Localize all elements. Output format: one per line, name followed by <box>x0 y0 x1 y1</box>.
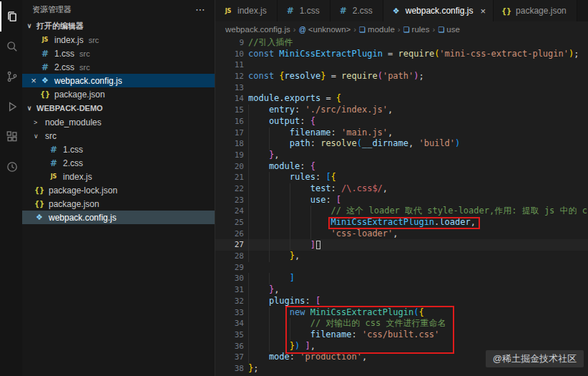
breadcrumb-module[interactable]: ❏module <box>359 25 395 34</box>
line-number: 25 <box>215 217 244 228</box>
code-line-10[interactable]: 10const MiniCssExtractPlugin = require('… <box>215 49 588 60</box>
code-line-21[interactable]: 21rules: [{ <box>215 172 588 183</box>
line-number: 20 <box>215 161 244 173</box>
code-line-29[interactable]: 29 <box>215 262 588 274</box>
tab-package.json[interactable]: {}package.json <box>494 0 577 21</box>
file-label: src <box>45 131 57 141</box>
code-line-16[interactable]: 16output: { <box>215 116 588 127</box>
line-number: 9 <box>215 37 244 49</box>
line-number: 37 <box>215 352 244 363</box>
open-editors-header[interactable]: ∨ 打开的编辑器 <box>22 19 215 33</box>
line-number: 36 <box>215 341 244 352</box>
webpack-icon: ❖ <box>34 213 45 222</box>
open-editor-1.css[interactable]: #1.csssrc <box>22 47 215 60</box>
code-line-32[interactable]: 32plugins: [ <box>215 296 588 307</box>
tree-item-package-lock.json[interactable]: {}package-lock.json <box>22 183 215 197</box>
code-line-20[interactable]: 20module: { <box>215 161 588 173</box>
breadcrumb: webpack.config.js›@<unknown>›❏module›❏ru… <box>215 21 588 37</box>
editor-area: JSindex.js#1.css#2.css❖webpack.config.js… <box>215 0 588 376</box>
code-line-28[interactable]: 28}, <box>215 251 588 262</box>
code-line-14[interactable]: 14module.exports = { <box>215 93 588 105</box>
open-editor-2.css[interactable]: #2.csssrc <box>22 60 215 74</box>
activity-explorer[interactable] <box>0 1 22 32</box>
code-line-24[interactable]: 24// 这个 loader 取代 style-loader,作用: 提取 js… <box>215 206 588 217</box>
search-icon <box>6 40 19 53</box>
code-line-11[interactable]: 11 <box>215 59 588 71</box>
tree-item-webpack.config.js[interactable]: ❖webpack.config.js <box>22 211 215 224</box>
activity-extensions[interactable] <box>0 122 22 152</box>
file-path-suffix: src <box>79 63 90 72</box>
breadcrumb-<unknown>[interactable]: @<unknown> <box>299 25 351 34</box>
tree-item-package.json[interactable]: {}package.json <box>22 197 215 211</box>
line-number: 28 <box>215 251 244 262</box>
css-icon: # <box>338 6 349 16</box>
activity-clock[interactable] <box>0 152 22 182</box>
tab-index.js[interactable]: JSindex.js <box>215 0 278 21</box>
tab-webpack.config.js[interactable]: ❖webpack.config.js× <box>383 0 494 21</box>
open-editor-index.js[interactable]: JSindex.jssrc <box>22 33 215 47</box>
code-line-27[interactable]: 27] <box>215 239 588 251</box>
close-icon[interactable]: × <box>28 75 39 86</box>
webpack-icon: ❖ <box>391 6 402 16</box>
js-icon: JS <box>48 173 59 180</box>
tab-label: package.json <box>516 6 567 16</box>
code-line-31[interactable]: 31}, <box>215 284 588 296</box>
file-label: index.js <box>54 35 84 45</box>
code-line-30[interactable]: 30] <box>215 273 588 284</box>
code-line-33[interactable]: 33new MiniCssExtractPlugin({ <box>215 307 588 319</box>
tab-label: 1.css <box>300 6 320 16</box>
tree-item-index.js[interactable]: JSindex.js <box>22 170 215 183</box>
tree-item-1.css[interactable]: #1.css <box>22 143 215 156</box>
line-number: 29 <box>215 262 244 274</box>
code-line-15[interactable]: 15entry: './src/index.js', <box>215 105 588 116</box>
file-label: package.json <box>49 199 99 209</box>
code-line-17[interactable]: 17filename: 'main.js', <box>215 127 588 139</box>
line-number: 31 <box>215 284 244 296</box>
source-control-icon <box>6 70 19 83</box>
close-icon[interactable]: × <box>480 6 486 16</box>
code-line-13[interactable]: 13 <box>215 82 588 94</box>
code-line-34[interactable]: 34// 对输出的 css 文件进行重命名 <box>215 318 588 329</box>
code-editor[interactable]: 9//引入插件10const MiniCssExtractPlugin = re… <box>215 37 588 376</box>
css-icon: # <box>48 145 59 155</box>
line-number: 23 <box>215 195 244 206</box>
json-icon: {} <box>39 90 51 98</box>
tree-item-2.css[interactable]: #2.css <box>22 156 215 170</box>
open-editor-package.json[interactable]: {}package.json <box>22 87 215 101</box>
workspace-header[interactable]: ∨ WEBPACK-DEMO <box>22 101 215 115</box>
open-editor-webpack.config.js[interactable]: ×❖webpack.config.js <box>22 74 215 87</box>
code-line-26[interactable]: 26'css-loader', <box>215 228 588 240</box>
js-icon: JS <box>222 8 234 14</box>
breadcrumb-rules[interactable]: ❏rules <box>403 25 430 34</box>
open-editors-list: JSindex.jssrc#1.csssrc#2.csssrc×❖webpack… <box>22 33 215 101</box>
breadcrumb-separator: › <box>433 25 436 34</box>
breadcrumb-webpack.config.js[interactable]: webpack.config.js <box>225 25 290 34</box>
code-line-18[interactable]: 18path: resolve(__dirname, 'build') <box>215 138 588 150</box>
explorer-sidebar: 资源管理器 ⋯ ∨ 打开的编辑器 JSindex.jssrc#1.csssrc#… <box>22 0 215 376</box>
tab-2.css[interactable]: #2.css <box>330 0 383 21</box>
tree-item-src[interactable]: ∨src <box>22 129 215 143</box>
more-actions-icon[interactable]: ⋯ <box>195 4 206 15</box>
sidebar-header: 资源管理器 ⋯ <box>22 0 215 19</box>
activity-source-control[interactable] <box>0 62 22 92</box>
line-number: 27 <box>215 239 244 251</box>
file-label: 1.css <box>63 145 83 155</box>
line-number: 33 <box>215 307 244 319</box>
code-line-23[interactable]: 23use: [ <box>215 195 588 206</box>
symbol-icon: ❏ <box>438 26 444 34</box>
activity-run-debug[interactable] <box>0 92 22 122</box>
line-number: 19 <box>215 150 244 161</box>
code-line-12[interactable]: 12const {resolve} = require('path'); <box>215 71 588 82</box>
code-line-25[interactable]: 25MiniCssExtractPlugin.loader, <box>215 217 588 228</box>
breadcrumb-use[interactable]: ❏use <box>438 25 460 34</box>
tree-item-node_modules[interactable]: >node_modules <box>22 115 215 129</box>
code-line-19[interactable]: 19}, <box>215 150 588 161</box>
code-line-9[interactable]: 9//引入插件 <box>215 37 588 49</box>
tab-label: index.js <box>237 6 267 16</box>
line-number: 22 <box>215 183 244 195</box>
line-number: 34 <box>215 318 244 329</box>
code-line-35[interactable]: 35filename: 'css/built.css' <box>215 329 588 341</box>
activity-search[interactable] <box>0 32 22 62</box>
code-line-22[interactable]: 22test: /\.css$/, <box>215 183 588 195</box>
tab-1.css[interactable]: #1.css <box>278 0 330 21</box>
